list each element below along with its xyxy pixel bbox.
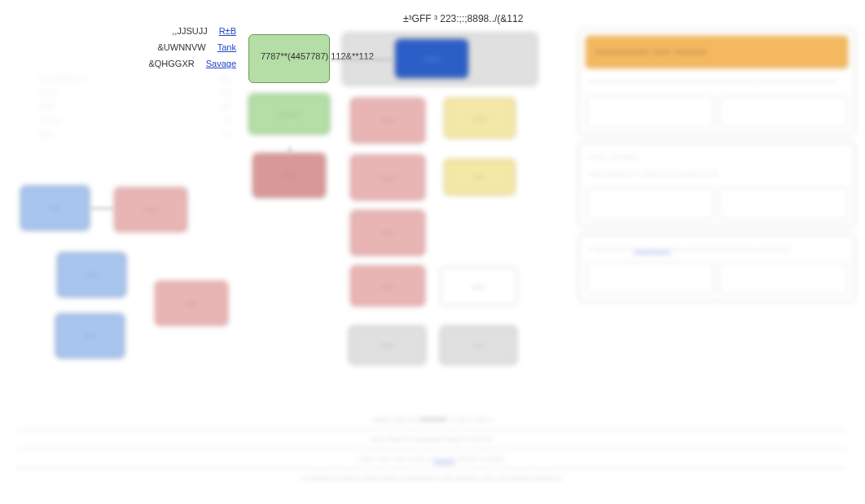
panel-header-orange: ··············· ····· ········· xyxy=(586,36,848,68)
bottom-line-1-pre: ········ ······· ··· xyxy=(371,415,419,424)
bottom-line-3-post: ········· ·· ········ xyxy=(457,454,504,463)
edge xyxy=(90,208,114,209)
node-gr2[interactable]: ····· xyxy=(440,326,517,365)
bottom-line-4: ·· ·········· ··· ······· ········· ····… xyxy=(16,469,847,488)
node-g2[interactable]: ·········· xyxy=(248,94,330,134)
panel-col-1b xyxy=(719,95,848,128)
panel-body-3: ·· ········ ····· ··· ····· ········ ···… xyxy=(586,241,848,258)
edge xyxy=(330,59,393,60)
panel-col-2a xyxy=(586,187,714,220)
panel-body-3-pre: ·· ········ ····· ··· xyxy=(589,245,634,253)
node-y1[interactable]: ······ xyxy=(444,98,516,138)
bottom-line-3-pre: ······ · ···· · ···· ·· ····· ·· xyxy=(359,454,434,463)
node-p4[interactable]: ····· xyxy=(350,210,425,256)
node-b3[interactable]: ····· xyxy=(55,313,125,358)
panel-col-3a xyxy=(586,262,714,295)
panel-body-2b: ········ ········· ··· ·· ·········· ···… xyxy=(586,165,848,182)
node-w1[interactable]: ······ xyxy=(440,267,517,306)
panel-card-2: ·· ····· · ···· ········ ········ ······… xyxy=(578,142,855,227)
panel-card-1: ··············· ····· ········· ········… xyxy=(578,28,855,135)
node-b1[interactable]: ····· xyxy=(20,186,90,230)
node-y2[interactable]: ····· xyxy=(444,159,516,195)
node-p5[interactable]: ····· xyxy=(350,265,425,306)
right-panel: ··············· ····· ········· ········… xyxy=(578,28,855,309)
bottom-line-2: ······ ········ ·· ············· ·······… xyxy=(16,430,847,449)
bottom-line-1-em: ············ xyxy=(419,415,446,424)
panel-card-3: ·· ········ ····· ··· ····· ········ ···… xyxy=(578,234,855,303)
bottom-line-3-link[interactable]: ········· xyxy=(434,454,454,463)
panel-body-3-post: ···· ·· ····· ········ ··· ········ ····… xyxy=(673,245,791,253)
node-blue-dark[interactable]: ······· xyxy=(395,39,468,78)
panel-link-3[interactable]: ····· ········ ··· xyxy=(634,245,670,253)
panel-col-1a xyxy=(586,95,714,128)
panel-body-2a: ·· ····· · ···· ········ xyxy=(586,149,848,166)
bottom-line-1-post: ·· ····· ·· ···· ·· xyxy=(449,415,492,424)
node-p2[interactable]: ····· xyxy=(350,98,425,143)
bottom-line-1: ········ ······· ··· ············ ·· ···… xyxy=(16,410,847,430)
panel-col-3b xyxy=(719,262,848,295)
bottom-section: ········ ······· ··· ············ ·· ···… xyxy=(16,410,847,488)
node-p1[interactable]: ······ xyxy=(252,153,326,198)
node-pk2[interactable]: ····· xyxy=(155,281,228,326)
edge xyxy=(289,147,291,155)
panel-body-1: ········ ·········· ·· ········ ···· ···… xyxy=(586,73,848,90)
node-b2[interactable]: ······ xyxy=(57,252,126,297)
node-p3[interactable]: ······ xyxy=(350,155,425,200)
bottom-line-3: ······ · ···· · ···· ·· ····· ·· ·······… xyxy=(16,449,847,469)
node-pk1[interactable]: ······ xyxy=(114,187,187,232)
panel-col-2b xyxy=(719,187,848,220)
node-gr1[interactable]: ······ xyxy=(349,326,426,365)
